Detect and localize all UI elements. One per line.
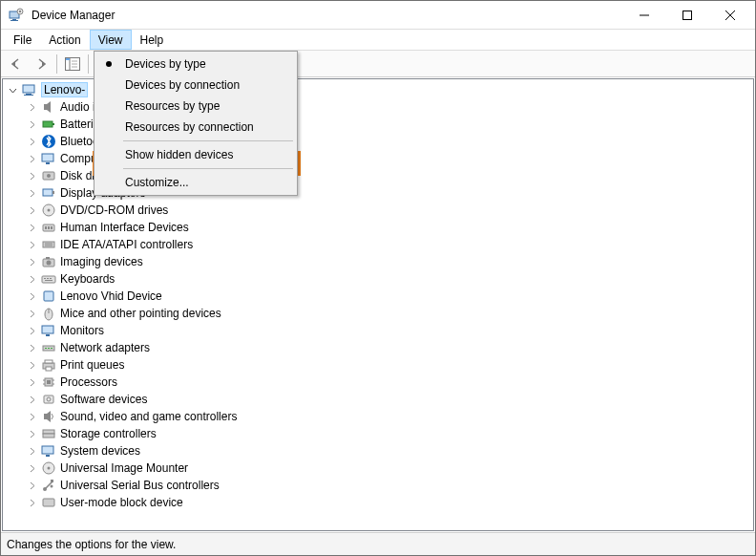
expand-icon[interactable] — [26, 118, 37, 130]
menubar: File Action View Help — [1, 30, 755, 51]
tree-item-monitors[interactable]: Monitors — [26, 322, 753, 339]
bluetooth-icon — [41, 134, 56, 149]
menu-action[interactable]: Action — [40, 30, 89, 50]
tree-item-system[interactable]: System devices — [26, 442, 753, 460]
expand-icon[interactable] — [26, 222, 37, 233]
svg-rect-55 — [45, 360, 52, 363]
tree-item-sound[interactable]: Sound, video and game controllers — [26, 408, 753, 425]
svg-rect-66 — [43, 430, 54, 434]
tree-item-label: Processors — [60, 375, 117, 389]
status-text: Changes the options for the view. — [7, 538, 176, 551]
tree-item-print[interactable]: Print queues — [26, 356, 753, 374]
tree-item-mice[interactable]: Mice and other pointing devices — [26, 305, 753, 322]
window-title: Device Manager — [32, 9, 115, 22]
tree-item-usermode[interactable]: User-mode block device — [26, 494, 753, 511]
tree-item-label: Imaging devices — [60, 255, 143, 268]
ide-icon — [41, 237, 56, 252]
expand-icon[interactable] — [26, 101, 37, 113]
menu-item-show-hidden-devices[interactable]: Show hidden devices — [96, 144, 295, 165]
menu-item-label: Resources by connection — [125, 120, 254, 134]
forward-button[interactable] — [30, 53, 52, 75]
tree-item-lenovo-vhid[interactable]: Lenovo Vhid Device — [26, 288, 753, 305]
mount-icon — [41, 460, 56, 476]
tree-item-label: Print queues — [60, 358, 124, 372]
statusbar: Changes the options for the view. — [1, 532, 755, 555]
tree-item-imaging[interactable]: Imaging devices — [26, 253, 753, 270]
svg-rect-48 — [42, 326, 53, 333]
tree-item-label: Network adapters — [60, 341, 150, 354]
expand-icon[interactable] — [26, 342, 37, 353]
svg-point-29 — [48, 209, 51, 212]
tree-item-storage[interactable]: Storage controllers — [26, 425, 753, 442]
close-button[interactable] — [708, 2, 751, 29]
expand-icon[interactable] — [26, 376, 37, 388]
tree-item-uim[interactable]: Universal Image Mounter — [26, 460, 753, 477]
expand-icon[interactable] — [26, 153, 37, 164]
disk-icon — [41, 168, 56, 183]
tree-item-dvd[interactable]: DVD/CD-ROM drives — [26, 202, 753, 219]
tree-item-keyboards[interactable]: Keyboards — [26, 270, 753, 288]
expand-icon[interactable] — [26, 187, 37, 199]
tree-item-hid[interactable]: Human Interface Devices — [26, 219, 753, 236]
tree-item-label: Universal Serial Bus controllers — [60, 479, 220, 492]
storage-icon — [41, 426, 56, 441]
menu-view[interactable]: View — [90, 30, 132, 50]
expand-icon[interactable] — [26, 462, 37, 474]
monitor-icon — [41, 151, 56, 166]
tree-item-processors[interactable]: Processors — [26, 374, 753, 391]
menu-item-devices-by-type[interactable]: Devices by type — [96, 53, 295, 75]
expand-icon[interactable] — [26, 273, 37, 285]
tree-item-label: Keyboards — [60, 272, 115, 286]
collapse-icon[interactable] — [7, 84, 18, 96]
tree-item-label: DVD/CD-ROM drives — [60, 203, 168, 217]
menu-item-label: Resources by type — [125, 99, 220, 113]
expand-icon[interactable] — [26, 480, 37, 491]
minimize-button[interactable] — [622, 2, 665, 29]
svg-rect-32 — [48, 226, 50, 229]
menu-item-devices-by-connection[interactable]: Devices by connection — [96, 75, 295, 96]
expand-icon[interactable] — [26, 428, 37, 439]
menu-separator — [123, 168, 293, 169]
tree-item-label: IDE ATA/ATAPI controllers — [60, 238, 193, 251]
menu-item-label: Customize... — [125, 176, 189, 189]
svg-rect-56 — [46, 367, 52, 371]
show-hide-tree-button[interactable] — [61, 53, 84, 75]
menu-file[interactable]: File — [5, 30, 40, 50]
toolbar-separator — [56, 54, 57, 74]
svg-rect-49 — [46, 334, 50, 336]
block-device-icon — [41, 495, 56, 510]
svg-rect-65 — [44, 414, 47, 419]
expand-icon[interactable] — [26, 256, 37, 267]
tree-item-label: Monitors — [60, 324, 104, 337]
tree-item-network[interactable]: Network adapters — [26, 339, 753, 356]
menu-separator — [123, 140, 293, 141]
tree-item-ide[interactable]: IDE ATA/ATAPI controllers — [26, 236, 753, 253]
svg-rect-19 — [43, 121, 52, 127]
expand-icon[interactable] — [26, 394, 37, 405]
menu-item-customize[interactable]: Customize... — [96, 172, 295, 193]
svg-rect-2 — [10, 20, 18, 21]
expand-icon[interactable] — [26, 308, 37, 319]
expand-icon[interactable] — [26, 136, 37, 147]
svg-rect-42 — [47, 278, 49, 279]
menu-help[interactable]: Help — [132, 30, 173, 50]
expand-icon[interactable] — [26, 204, 37, 216]
menu-item-resources-by-connection[interactable]: Resources by connection — [96, 117, 295, 138]
expand-icon[interactable] — [26, 239, 37, 250]
back-button[interactable] — [5, 53, 28, 75]
tree-item-software[interactable]: Software devices — [26, 391, 753, 408]
svg-rect-67 — [43, 434, 54, 438]
expand-icon[interactable] — [26, 359, 37, 371]
maximize-button[interactable] — [665, 2, 708, 29]
camera-icon — [41, 254, 56, 269]
menu-item-resources-by-type[interactable]: Resources by type — [96, 96, 295, 117]
expand-icon[interactable] — [26, 445, 37, 457]
expand-icon[interactable] — [26, 497, 37, 508]
expand-icon[interactable] — [26, 290, 37, 302]
expand-icon[interactable] — [26, 325, 37, 336]
tree-item-usb[interactable]: Universal Serial Bus controllers — [26, 477, 753, 494]
expand-icon[interactable] — [26, 411, 37, 422]
expand-icon[interactable] — [26, 170, 37, 182]
sound-icon — [41, 409, 56, 424]
svg-rect-68 — [42, 446, 53, 454]
